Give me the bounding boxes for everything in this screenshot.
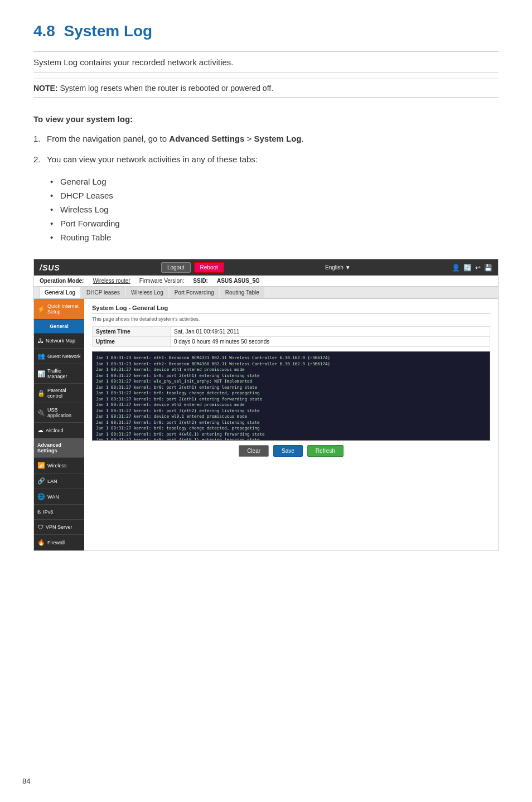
sidebar-network-map-label: Network Map — [46, 338, 75, 344]
step-2-num: 2. — [33, 153, 43, 166]
ssid-value: ASUS ASUS_5G — [217, 278, 260, 284]
chapter-number: 4.8 — [33, 22, 55, 40]
sidebar-item-network-map[interactable]: 🖧 Network Map — [34, 334, 84, 349]
language-label: English — [325, 264, 344, 270]
title-text: System Log — [64, 22, 153, 40]
router-main-layout: ⚡ Quick Internet Setup General 🖧 Network… — [34, 299, 498, 550]
log-line-6: Jan 1 00:31:27 kernel: br0: topology cha… — [96, 390, 486, 397]
sidebar-item-wireless[interactable]: 📶 Wireless — [34, 458, 84, 474]
system-time-value: Sat, Jan 01 00:49:51 2011 — [171, 327, 490, 337]
sidebar-item-usb-application[interactable]: 🔌 USB application — [34, 403, 84, 423]
sidebar-item-aicloud[interactable]: ☁ AiCloud — [34, 423, 84, 438]
topbar-buttons: Logout Reboot — [161, 262, 224, 273]
operation-mode-value: Wireless router — [93, 278, 130, 284]
sidebar-wan-label: WAN — [47, 494, 59, 500]
content-description: This page shows the detailed system's ac… — [92, 316, 490, 322]
save-icon: 💾 — [484, 264, 492, 272]
cloud-icon: ☁ — [37, 427, 43, 434]
reboot-button[interactable]: Reboot — [194, 262, 224, 273]
divider-2 — [33, 73, 499, 73]
sidebar-item-wan[interactable]: 🌐 WAN — [34, 489, 84, 505]
router-statusbar: Operation Mode: Wireless router Firmware… — [34, 276, 498, 287]
sidebar-wireless-label: Wireless — [47, 463, 67, 468]
uptime-value: 0 days 0 hours 49 minutes 50 seconds — [171, 337, 490, 347]
log-line-3: Jan 1 00:31:27 kernel: br0: port 2(eth1)… — [96, 373, 486, 379]
sidebar-item-lan[interactable]: 🔗 LAN — [34, 474, 84, 489]
sidebar-item-vpn-server[interactable]: 🛡 VPN Server — [34, 520, 84, 535]
sidebar-ipv6-label: IPv6 — [43, 509, 53, 515]
tab-routing-table[interactable]: Routing Table — [220, 287, 264, 298]
log-line-9: Jan 1 00:31:27 kernel: br0: port 3(eth2)… — [96, 408, 486, 414]
step-1: 1. From the navigation panel, go to Adva… — [33, 133, 499, 146]
bullet-dhcp-leases: DHCP Leases — [50, 191, 499, 200]
operation-mode-label: Operation Mode: — [40, 278, 84, 284]
bullet-wireless-log: Wireless Log — [50, 205, 499, 214]
ipv6-icon: 6️ — [37, 509, 41, 515]
info-table: System Time Sat, Jan 01 00:49:51 2011 Up… — [92, 326, 490, 347]
log-line-11: Jan 1 00:31:27 kernel: br0: port 3(eth2)… — [96, 420, 486, 426]
sidebar-aicloud-label: AiCloud — [46, 428, 64, 433]
section-heading: To view your system log: — [33, 114, 499, 124]
bullet-port-forwarding: Port Forwarding — [50, 219, 499, 228]
usb-icon: 🔌 — [37, 409, 45, 417]
log-line-1: Jan 1 00:31:23 kernel: eth2: Broadcom BC… — [96, 361, 486, 368]
sidebar-item-general[interactable]: General — [34, 320, 84, 334]
sidebar-usb-label: USB application — [47, 407, 81, 418]
guest-icon: 👥 — [37, 352, 45, 360]
log-line-13: Jan 1 00:31:27 kernel: br0: port 4(wl0.1… — [96, 432, 486, 438]
sidebar-guest-network-label: Guest Network — [47, 354, 81, 359]
person-icon: 👤 — [452, 264, 460, 272]
logout-button[interactable]: Logout — [161, 262, 191, 273]
bullet-list: General Log DHCP Leases Wireless Log Por… — [50, 177, 499, 242]
lan-icon: 🔗 — [37, 477, 45, 485]
sidebar-item-guest-network[interactable]: 👥 Guest Network — [34, 349, 84, 364]
refresh-button[interactable]: Refresh — [307, 445, 344, 457]
sidebar-item-advanced-settings[interactable]: Advanced Settings — [34, 438, 84, 458]
sidebar-item-ipv6[interactable]: 6️ IPv6 — [34, 505, 84, 520]
log-line-5: Jan 1 00:31:27 kernel: br0: port 2(eth1)… — [96, 385, 486, 391]
note-label: NOTE: — [33, 84, 58, 93]
sidebar-item-quick-setup[interactable]: ⚡ Quick Internet Setup — [34, 299, 84, 320]
sidebar-item-traffic-manager[interactable]: 📊 Traffic Manager — [34, 364, 84, 384]
lock-icon: 🔒 — [37, 390, 45, 397]
system-time-row: System Time Sat, Jan 01 00:49:51 2011 — [93, 327, 490, 337]
log-line-7: Jan 1 00:31:27 kernel: br0: port 2(eth1)… — [96, 397, 486, 403]
steps-list: 1. From the navigation panel, go to Adva… — [33, 133, 499, 166]
tab-port-forwarding[interactable]: Port Forwarding — [170, 287, 219, 298]
sidebar-item-parental-control[interactable]: 🔒 Parental control — [34, 384, 84, 403]
sidebar-lan-label: LAN — [47, 479, 57, 484]
log-line-10: Jan 1 00:31:27 kernel: device wl0.1 ente… — [96, 414, 486, 420]
sidebar-parental-control-label: Parental control — [47, 388, 81, 399]
save-button[interactable]: Save — [273, 445, 303, 457]
router-tabs: General Log DHCP leases Wireless Log Por… — [34, 287, 498, 299]
tab-dhcp-leases[interactable]: DHCP leases — [81, 287, 125, 298]
sidebar-traffic-manager-label: Traffic Manager — [47, 368, 81, 379]
firmware-label: Firmware Version: — [139, 278, 185, 284]
content-heading: System Log - General Log — [92, 305, 490, 314]
log-line-14: Jan 1 00:31:27 kernel: br0: port 4(wl0.1… — [96, 437, 486, 441]
tab-wireless-log[interactable]: Wireless Log — [126, 287, 168, 298]
arrow-icon: ↩ — [475, 264, 481, 272]
note-box: NOTE: System log resets when the router … — [33, 79, 499, 98]
log-area[interactable]: Jan 1 00:31:23 kernel: eth1: Broadcom BC… — [92, 351, 490, 441]
router-topbar: /SUS Logout Reboot English ▼ 👤 🔄 ↩ 💾 — [34, 259, 498, 276]
log-line-0: Jan 1 00:31:23 kernel: eth1: Broadcom BC… — [96, 355, 486, 361]
step-1-num: 1. — [33, 133, 43, 146]
router-sidebar: ⚡ Quick Internet Setup General 🖧 Network… — [34, 299, 84, 550]
uptime-label: Uptime — [93, 337, 171, 347]
tab-general-log[interactable]: General Log — [40, 287, 80, 298]
log-line-12: Jan 1 00:31:27 kernel: br0: topology cha… — [96, 426, 486, 432]
intro-paragraph: System Log contains your recorded networ… — [33, 57, 499, 67]
system-time-label: System Time — [93, 327, 171, 337]
sidebar-quick-setup-label: Quick Internet Setup — [47, 303, 81, 315]
note-text: System log resets when the router is reb… — [58, 84, 274, 93]
language-selector[interactable]: English ▼ — [325, 264, 351, 270]
bullet-routing-table: Routing Table — [50, 233, 499, 242]
topbar-icons: 👤 🔄 ↩ 💾 — [452, 264, 492, 272]
ssid-label: SSID: — [193, 278, 208, 284]
wan-icon: 🌐 — [37, 493, 45, 500]
clear-button[interactable]: Clear — [239, 445, 269, 457]
sidebar-item-firewall[interactable]: 🔥 Firewall — [34, 535, 84, 550]
log-line-8: Jan 1 00:31:27 kernel: device eth2 enter… — [96, 402, 486, 408]
firewall-icon: 🔥 — [37, 539, 45, 546]
